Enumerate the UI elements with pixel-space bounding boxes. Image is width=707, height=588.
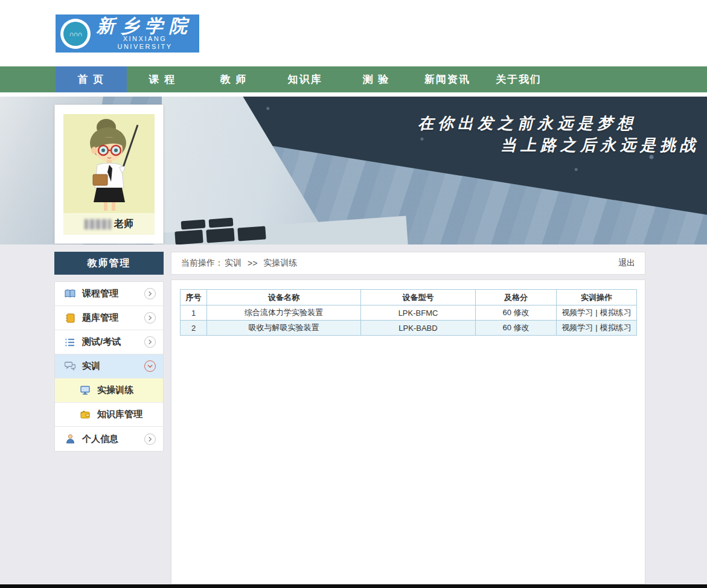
chevron-right-icon xyxy=(144,336,156,348)
col-device-model: 设备型号 xyxy=(361,290,476,305)
teacher-name-suffix: 老师 xyxy=(114,218,133,231)
cell-index: 1 xyxy=(181,305,207,321)
university-seal-icon: ∩∩∩ xyxy=(60,19,91,49)
teacher-name-masked xyxy=(85,219,111,229)
sidebar-item-tests[interactable]: 测试/考试 xyxy=(55,330,163,354)
university-logo[interactable]: ∩∩∩ 新乡学院 XINXIANG UNIVERSITY xyxy=(56,14,199,53)
sidebar-item-personal-info[interactable]: 个人信息 xyxy=(55,427,163,451)
banner-quote: 在你出发之前永远是梦想 当上路之后永远是挑战 xyxy=(418,112,700,156)
banner-key xyxy=(209,218,234,228)
sidebar-item-knowledge-mgmt[interactable]: 知识库管理 xyxy=(55,403,163,427)
person-icon xyxy=(64,433,76,444)
sidebar-menu: 课程管理 题库管理 测试/考试 实训 实 xyxy=(54,281,164,452)
table-row: 2 吸收与解吸实验装置 LPK-BABD 60 修改 视频学习|模拟练习 xyxy=(181,321,637,336)
video-study-link[interactable]: 视频学习 xyxy=(561,323,593,332)
video-study-link[interactable]: 视频学习 xyxy=(561,308,593,317)
notebook-icon xyxy=(64,313,76,324)
main-nav: 首 页 课 程 教 师 知识库 测 验 新闻资讯 关于我们 xyxy=(0,66,707,92)
sidebar-item-training[interactable]: 实训 xyxy=(55,354,163,379)
cell-operations: 视频学习|模拟练习 xyxy=(557,305,637,321)
book-icon xyxy=(64,289,76,299)
sidebar-item-question-bank[interactable]: 题库管理 xyxy=(55,306,163,330)
cell-device-name: 吸收与解吸实验装置 xyxy=(207,321,361,336)
monitor-icon xyxy=(79,385,91,396)
cell-operations: 视频学习|模拟练习 xyxy=(557,321,637,336)
chevron-right-icon xyxy=(144,433,156,445)
nav-item-news[interactable]: 新闻资讯 xyxy=(412,66,483,92)
breadcrumb-current: 实操训练 xyxy=(263,258,297,269)
wallet-icon xyxy=(79,409,91,420)
nav-item-tests[interactable]: 测 验 xyxy=(341,66,412,92)
nav-item-courses[interactable]: 课 程 xyxy=(127,66,198,92)
cell-pass-score: 60 修改 xyxy=(476,321,557,336)
banner-key xyxy=(237,226,266,241)
chevron-right-icon xyxy=(144,288,156,299)
cell-device-name: 综合流体力学实验装置 xyxy=(207,305,361,321)
banner-quote-line2: 当上路之后永远是挑战 xyxy=(418,134,700,156)
col-device-name: 设备名称 xyxy=(207,290,361,305)
cell-device-model: LPK-BABD xyxy=(361,321,476,336)
site-header: ∩∩∩ 新乡学院 XINXIANG UNIVERSITY xyxy=(0,0,707,66)
teacher-avatar-illustration xyxy=(64,114,155,211)
modify-link[interactable]: 修改 xyxy=(514,323,529,332)
simulation-practice-link[interactable]: 模拟练习 xyxy=(600,308,632,317)
modify-link[interactable]: 修改 xyxy=(514,308,529,317)
footer-bar xyxy=(0,584,707,588)
chevron-right-icon xyxy=(144,312,156,324)
hero-banner: 在你出发之前永远是梦想 当上路之后永远是挑战 xyxy=(0,97,707,244)
sidebar-header: 教师管理 xyxy=(54,252,164,275)
sidebar-item-course-mgmt[interactable]: 课程管理 xyxy=(55,282,163,306)
nav-item-knowledge[interactable]: 知识库 xyxy=(269,66,341,92)
simulation-practice-link[interactable]: 模拟练习 xyxy=(600,323,632,332)
cell-device-model: LPK-BFMC xyxy=(361,305,476,321)
col-pass-score: 及格分 xyxy=(476,290,557,305)
list-icon xyxy=(64,337,76,348)
logout-button[interactable]: 退出 xyxy=(618,258,635,269)
banner-key xyxy=(174,229,203,244)
cell-pass-score: 60 修改 xyxy=(476,305,557,321)
table-header-row: 序号 设备名称 设备型号 及格分 实训操作 xyxy=(181,290,637,305)
breadcrumb-section: 实训 xyxy=(225,258,242,269)
breadcrumb-prefix: 当前操作： xyxy=(181,258,223,269)
logo-title-zh: 新乡学院 xyxy=(97,17,193,35)
banner-key xyxy=(181,220,206,230)
main-content-panel: 序号 设备名称 设备型号 及格分 实训操作 1 综合流体力学实验装置 LPK-B… xyxy=(171,280,645,584)
nav-item-teachers[interactable]: 教 师 xyxy=(198,66,269,92)
nav-item-home[interactable]: 首 页 xyxy=(56,66,127,92)
chevron-down-icon xyxy=(144,360,156,372)
teacher-avatar: 老师 xyxy=(63,114,155,235)
equipment-table: 序号 设备名称 设备型号 及格分 实训操作 1 综合流体力学实验装置 LPK-B… xyxy=(180,289,637,336)
logo-title-en: XINXIANG UNIVERSITY xyxy=(97,35,193,51)
banner-key xyxy=(206,228,234,243)
breadcrumb: 当前操作： 实训 >> 实操训练 退出 xyxy=(171,252,645,275)
teacher-name: 老师 xyxy=(63,213,155,235)
nav-item-about[interactable]: 关于我们 xyxy=(483,66,554,92)
chat-icon xyxy=(64,361,76,372)
breadcrumb-separator: >> xyxy=(248,258,257,268)
teacher-profile-card: 老师 xyxy=(54,104,164,244)
cell-index: 2 xyxy=(181,321,207,336)
banner-quote-line1: 在你出发之前永远是梦想 xyxy=(418,112,700,134)
col-operations: 实训操作 xyxy=(557,290,637,305)
col-index: 序号 xyxy=(181,290,207,305)
sidebar-item-practice-training[interactable]: 实操训练 xyxy=(55,379,163,403)
table-row: 1 综合流体力学实验装置 LPK-BFMC 60 修改 视频学习|模拟练习 xyxy=(181,305,637,321)
